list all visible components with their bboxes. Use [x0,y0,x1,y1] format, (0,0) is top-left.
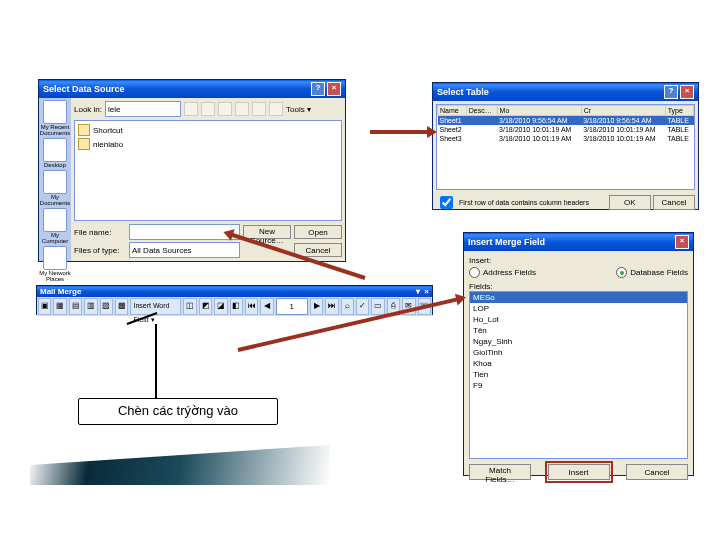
address-icon[interactable]: ▥ [84,298,97,315]
list-item[interactable]: F9 [470,380,687,391]
lookin-label: Look in: [74,105,102,114]
tools-menu[interactable]: Tools ▾ [286,105,311,114]
new-source-button[interactable]: New Source… [243,225,291,239]
list-item[interactable]: LOP [470,303,687,314]
file-icon [78,124,90,136]
labels-icon[interactable]: ◧ [230,298,243,315]
list-item[interactable]: Khoa [470,358,687,369]
check-icon[interactable]: ✓ [356,298,369,315]
open-source-icon[interactable]: ▦ [53,298,66,315]
radio-address-fields[interactable]: Address Fields [469,267,536,278]
header-row-checkbox[interactable]: First row of data contains column header… [436,193,589,212]
places-recent[interactable]: My Recent Documents [39,100,71,136]
title-text: Insert Merge Field [468,237,545,247]
prev-record-icon[interactable]: ◀ [260,298,273,315]
recipients-icon[interactable]: ▤ [69,298,82,315]
table-row[interactable]: Sheet13/18/2010 9:56:54 AM3/18/2010 9:56… [438,116,694,126]
network-icon [43,246,67,270]
table-row[interactable]: Sheet23/18/2010 10:01:19 AM3/18/2010 10:… [438,125,694,134]
documents-icon [43,170,67,194]
greeting-icon[interactable]: ▨ [100,298,113,315]
close-icon[interactable]: × [424,287,429,296]
back-icon[interactable] [184,102,198,116]
list-item[interactable]: Tên [470,325,687,336]
list-item[interactable]: nienlabo [77,137,339,151]
titlebar[interactable]: Insert Merge Field × [464,233,693,251]
table-header: NameDesc…MoCrType [438,106,694,116]
filetype-label: Files of type: [74,246,126,255]
list-item[interactable]: Shortcut [77,123,339,137]
setup-icon[interactable]: ▣ [38,298,51,315]
insert-button[interactable]: Insert [548,464,610,480]
titlebar[interactable]: Mail Merge ▾× [37,286,432,297]
titlebar[interactable]: Select Data Source ? × [39,80,345,98]
file-list[interactable]: Shortcut nienlabo [74,120,342,221]
ok-button[interactable]: OK [609,195,651,210]
file-icon [78,138,90,150]
find-icon[interactable]: ⌕ [341,298,354,315]
match-fields-button[interactable]: Match Fields… [469,464,531,480]
table-row[interactable]: Sheet33/18/2010 10:01:19 AM3/18/2010 10:… [438,134,694,143]
computer-icon [43,208,67,232]
radio-database-fields[interactable]: Database Fields [616,267,688,278]
help-button[interactable]: ? [664,85,678,99]
dropdown-icon[interactable]: ▾ [416,287,420,296]
places-desktop[interactable]: Desktop [43,138,67,168]
select-data-source-dialog: Select Data Source ? × My Recent Documen… [38,79,346,262]
arrow-annotation [370,130,428,134]
select-table-dialog: Select Table ? × NameDesc…MoCrType Sheet… [432,82,699,210]
places-computer[interactable]: My Computer [39,208,71,244]
folder-icon [43,100,67,124]
pointer-annotation [155,324,157,398]
open-button[interactable]: Open [294,225,342,239]
cancel-button[interactable]: Cancel [626,464,688,480]
view-data-icon[interactable]: ◫ [183,298,196,315]
filename-label: File name: [74,228,126,237]
help-button[interactable]: ? [311,82,325,96]
insert-field-icon[interactable]: ▩ [115,298,128,315]
search-icon[interactable] [218,102,232,116]
list-item[interactable]: Tien [470,369,687,380]
fields-label: Fields: [469,282,688,291]
list-item[interactable]: GioiTinh [470,347,687,358]
close-button[interactable]: × [675,235,689,249]
delete-icon[interactable] [235,102,249,116]
merge-doc-icon[interactable]: ▭ [371,298,384,315]
last-record-icon[interactable]: ⏭ [325,298,338,315]
lookin-combo[interactable] [105,101,181,117]
places-documents[interactable]: My Documents [39,170,71,206]
fields-list[interactable]: MESo LOP Ho_Lot Tên Ngay_Sinh GioiTinh K… [469,291,688,459]
cancel-button[interactable]: Cancel [653,195,695,210]
next-record-icon[interactable]: ▶ [310,298,323,315]
record-number-input[interactable] [276,298,308,315]
insert-label: Insert: [469,256,688,265]
decorative-streak [30,445,330,485]
callout-label: Chèn các trýờng vào [78,398,278,425]
title-text: Mail Merge [40,287,81,296]
places-network[interactable]: My Network Places [39,246,71,282]
up-icon[interactable] [201,102,215,116]
first-record-icon[interactable]: ⏮ [245,298,258,315]
title-text: Select Table [437,87,489,97]
title-text: Select Data Source [43,84,125,94]
insert-merge-field-dialog: Insert Merge Field × Insert: Address Fie… [463,232,694,476]
filetype-combo[interactable] [129,242,240,258]
titlebar[interactable]: Select Table ? × [433,83,698,101]
close-button[interactable]: × [327,82,341,96]
views-icon[interactable] [269,102,283,116]
list-item[interactable]: MESo [470,292,687,303]
places-bar: My Recent Documents Desktop My Documents… [39,98,71,261]
highlight-icon[interactable]: ◩ [199,298,212,315]
close-button[interactable]: × [680,85,694,99]
mail-merge-toolbar: Mail Merge ▾× ▣ ▦ ▤ ▥ ▨ ▩ Insert Word Fi… [36,285,433,315]
newfolder-icon[interactable] [252,102,266,116]
list-item[interactable]: Ngay_Sinh [470,336,687,347]
desktop-icon [43,138,67,162]
list-item[interactable]: Ho_Lot [470,314,687,325]
table-grid[interactable]: NameDesc…MoCrType Sheet13/18/2010 9:56:5… [436,104,695,190]
match-icon[interactable]: ◪ [214,298,227,315]
